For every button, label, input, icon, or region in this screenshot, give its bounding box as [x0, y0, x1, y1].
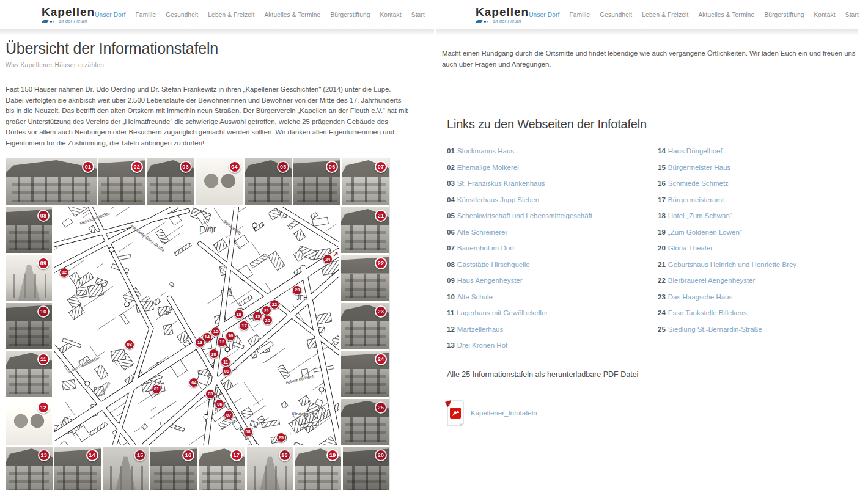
link-item-19: 19„Zum Goldenen Löwen“: [658, 229, 796, 245]
nav-item-b-rgerstiftung[interactable]: Bürgerstiftung: [764, 12, 804, 18]
infotafel-link[interactable]: Schenkwirtschaft und Lebensmittelgeschäf…: [457, 212, 592, 219]
collage-photo-tile-18: 18: [247, 447, 293, 490]
infotafel-link[interactable]: Gaststätte Hirschquelle: [457, 261, 530, 268]
link-number: 16: [658, 180, 666, 187]
infotafel-link[interactable]: Haus Düngelhoef: [668, 147, 723, 155]
nav-item-b-rgerstiftung[interactable]: Bürgerstiftung: [330, 12, 370, 18]
collage-photo-tile-20: 20: [343, 447, 389, 490]
collage-photo-tile-04: 04: [196, 158, 243, 205]
infotafel-link[interactable]: Alte Schreinerei: [457, 229, 507, 236]
infotafel-link[interactable]: Bauernhof im Dorf: [457, 244, 514, 252]
nav-item-kontakt[interactable]: Kontakt: [380, 12, 401, 18]
link-number: 10: [447, 293, 455, 301]
infotafel-link[interactable]: St. Franziskus Krankenhaus: [457, 180, 545, 187]
collage-photo-tile-15: 15: [103, 447, 149, 490]
photo-badge: 20: [375, 449, 387, 461]
infotafel-link[interactable]: Alte Schule: [457, 293, 493, 301]
pdf-download-link[interactable]: Kapellener_Infotafeln: [471, 409, 537, 417]
site-logo[interactable]: Kapellen an der Fleuth: [42, 6, 95, 24]
nav-item-aktuelles-termine[interactable]: Aktuelles & Termine: [698, 12, 754, 18]
collage-photo-tile-11: 11: [6, 351, 52, 397]
map-marker-05: 05: [205, 389, 215, 399]
infotafel-link[interactable]: Das Haagsche Haus: [668, 293, 732, 301]
nav-item-familie[interactable]: Familie: [570, 12, 590, 18]
link-item-04: 04Künstlerhaus Jupp Sieben: [447, 196, 658, 213]
collage-photo-tile-25: 25: [341, 399, 389, 445]
intro-paragraph: Fast 150 Häuser nahmen Dr. Udo Oerding u…: [6, 84, 428, 148]
link-item-02: 02Ehemalige Molkerei: [447, 164, 658, 180]
nav-item-leben-freizeit[interactable]: Leben & Freizeit: [642, 12, 688, 18]
infotafel-link[interactable]: Hotel „Zum Schwan“: [668, 212, 732, 219]
photo-badge: 06: [326, 161, 338, 173]
left-main: Übersicht der Informationstafeln Was Kap…: [0, 40, 434, 490]
nav-item-gesundheit[interactable]: Gesundheit: [166, 12, 198, 18]
link-item-09: 09Haus Aengenheyster: [447, 277, 658, 293]
nav-item-familie[interactable]: Familie: [136, 12, 156, 18]
infotafel-link[interactable]: Siedlung St.-Bernardin-Straße: [668, 326, 762, 333]
map-marker-arrow: →: [286, 429, 293, 436]
map-marker-17: 17: [239, 321, 249, 331]
link-number: 01: [447, 147, 455, 155]
infotafel-link[interactable]: Drei Kronen Hof: [457, 342, 507, 349]
collage-photo-tile-17: 17: [199, 447, 245, 490]
link-number: 15: [658, 164, 666, 171]
infotafel-link[interactable]: Gloria Theater: [668, 244, 713, 252]
map-marker-06: 06: [215, 399, 224, 409]
photo-badge: 08: [37, 210, 50, 222]
infotafel-link[interactable]: Bierbrauerei Aengenheyster: [668, 277, 756, 284]
infotafel-link[interactable]: Stockmanns Haus: [457, 147, 514, 155]
link-item-12: 12Martzellerhaus: [447, 326, 658, 342]
map-marker-09: 09: [222, 366, 232, 376]
site-logo[interactable]: Kapellen an der Fleuth: [476, 6, 529, 24]
collage-photo-tile-03: 03: [147, 158, 194, 205]
photo-badge: 25: [375, 401, 387, 414]
nav-item-unser-dorf[interactable]: Unser Dorf: [95, 12, 125, 18]
collage-strip-top: 01020304050607: [6, 158, 389, 205]
nav-item-aktuelles-termine[interactable]: Aktuelles & Termine: [264, 12, 320, 18]
photo-badge: 21: [375, 210, 387, 222]
links-section-title: Links zu den Webseiten der Infotafeln: [447, 117, 859, 131]
map-marker-14: 14: [202, 332, 212, 342]
infotafel-link[interactable]: Lagerhaus mit Gewölbekeller: [457, 309, 548, 316]
map-marker-19: 19: [252, 311, 262, 321]
infotafel-link[interactable]: Esso Tankstelle Billekens: [668, 309, 747, 316]
infotafel-link[interactable]: Ehemalige Molkerei: [457, 164, 519, 171]
photo-badge: 01: [82, 161, 94, 173]
collage-photo-tile-14: 14: [54, 447, 101, 490]
link-number: 19: [658, 229, 666, 236]
collage-photo-tile-07: 07: [342, 158, 389, 205]
link-item-14: 14Haus Düngelhoef: [658, 147, 796, 164]
infotafel-link[interactable]: Bürgermeister Haus: [668, 164, 730, 171]
infotafel-link[interactable]: Schmiede Schmetz: [668, 180, 729, 187]
pdf-note: Alle 25 Informationstafeln als herunterl…: [447, 370, 859, 379]
nav-item-start[interactable]: Start: [845, 12, 859, 18]
link-number: 20: [658, 244, 666, 252]
photo-badge: 16: [182, 449, 194, 461]
link-number: 05: [447, 212, 455, 219]
infotafeln-collage[interactable]: 01020304050607 0809101112 FwhrSchanzfeld…: [6, 158, 390, 490]
map-marker-18: 18: [234, 309, 244, 319]
photo-badge: 03: [180, 161, 192, 173]
infotafel-link[interactable]: Bürgermeisteramt: [668, 196, 724, 203]
infotafel-link[interactable]: Martzellerhaus: [457, 326, 503, 333]
nav-item-gesundheit[interactable]: Gesundheit: [600, 12, 632, 18]
link-number: 12: [447, 326, 455, 333]
link-item-11: 11Lagerhaus mit Gewölbekeller: [447, 309, 658, 326]
link-number: 07: [447, 244, 455, 252]
infotafel-link[interactable]: „Zum Goldenen Löwen“: [668, 229, 742, 236]
photo-badge: 02: [131, 161, 143, 173]
link-number: 17: [658, 196, 666, 203]
nav-item-kontakt[interactable]: Kontakt: [814, 12, 835, 18]
infotafel-link[interactable]: Haus Aengenheyster: [457, 277, 523, 284]
photo-badge: 15: [134, 449, 146, 461]
page-left: Kapellen an der Fleuth Unser DorfFamilie…: [0, 0, 434, 490]
nav-item-leben-freizeit[interactable]: Leben & Freizeit: [208, 12, 254, 18]
photo-badge: 07: [375, 161, 387, 173]
infotafel-link[interactable]: Geburtshaus Heinrich und Henriette Brey: [668, 261, 796, 268]
nav-item-unser-dorf[interactable]: Unser Dorf: [529, 12, 559, 18]
pdf-file-icon[interactable]: [444, 400, 466, 426]
link-number: 03: [447, 180, 455, 187]
infotafel-link[interactable]: Künstlerhaus Jupp Sieben: [457, 196, 539, 203]
link-number: 23: [658, 293, 666, 301]
nav-item-start[interactable]: Start: [411, 12, 425, 18]
